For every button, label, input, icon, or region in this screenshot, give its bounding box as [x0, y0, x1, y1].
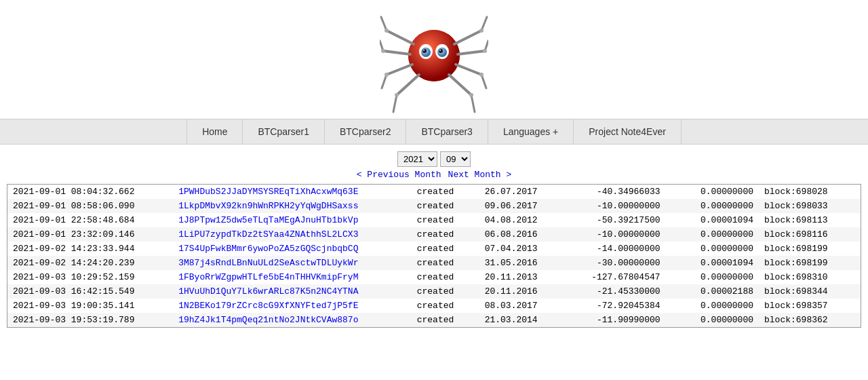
- col-amount: -21.45330000: [564, 284, 666, 299]
- nav-btcparser1[interactable]: BTCparser1: [243, 119, 324, 144]
- svg-point-31: [483, 49, 487, 53]
- col-address[interactable]: 1J8PTpw1Z5dw5eTLqTaMEgAJnuHTb1bkVp: [173, 213, 411, 227]
- col-block: block:698116: [759, 227, 861, 242]
- header: [0, 0, 868, 119]
- svg-line-14: [387, 64, 412, 75]
- col-block: block:698344: [759, 284, 861, 299]
- col-datetime: 2021-09-02 14:23:33.944: [7, 242, 173, 256]
- nav-btcparser2[interactable]: BTCparser2: [325, 119, 406, 144]
- col-created-date: 06.08.2016: [479, 227, 564, 242]
- col-created-date: 21.03.2014: [479, 313, 564, 327]
- table-row: 2021-09-03 19:00:35.1411N2BEKo179rZCrc8c…: [7, 299, 861, 313]
- col-fee: 0.00001094: [666, 213, 759, 227]
- svg-point-27: [381, 49, 385, 53]
- svg-line-24: [449, 75, 471, 95]
- month-select[interactable]: 09 01 02 03 04 05 06 07 08 10 11 12: [440, 151, 471, 167]
- nav-languages[interactable]: Languages +: [488, 119, 574, 144]
- col-datetime: 2021-09-03 10:29:52.159: [7, 270, 173, 284]
- spider-logo: [380, 7, 488, 115]
- col-datetime: 2021-09-03 16:42:15.549: [7, 284, 173, 299]
- col-amount: -11.90990000: [564, 313, 666, 327]
- svg-line-17: [393, 95, 397, 112]
- table-row: 2021-09-03 16:42:15.5491HVuUhD1QuY7Lk6wr…: [7, 284, 861, 299]
- svg-line-15: [382, 75, 387, 88]
- table-row: 2021-09-01 08:04:32.6621PWHDubS2JJaDYMSY…: [7, 185, 861, 199]
- date-controls: 2021 2020 2022 09 01 02 03 04 05 06 07 0…: [0, 145, 868, 184]
- data-table-container: 2021-09-01 08:04:32.6621PWHDubS2JJaDYMSY…: [7, 184, 861, 328]
- date-selects: 2021 2020 2022 09 01 02 03 04 05 06 07 0…: [397, 151, 471, 167]
- col-action: created: [412, 213, 479, 227]
- svg-point-29: [395, 93, 399, 97]
- col-created-date: 31.05.2016: [479, 256, 564, 270]
- col-created-date: 04.08.2012: [479, 213, 564, 227]
- col-address[interactable]: 17S4UpFwkBMmr6ywoPoZA5zGQScjnbqbCQ: [173, 242, 411, 256]
- col-address[interactable]: 1FByoRrWZgpwHTLfe5bE4nTHHVKmipFryM: [173, 270, 411, 284]
- col-address[interactable]: 1N2BEKo179rZCrc8cG9XfXNYFted7jP5fE: [173, 299, 411, 313]
- col-block: block:698362: [759, 313, 861, 327]
- svg-point-30: [479, 28, 484, 33]
- col-datetime: 2021-09-01 22:58:48.684: [7, 213, 173, 227]
- svg-point-28: [384, 73, 389, 77]
- col-amount: -30.00000000: [564, 256, 666, 270]
- svg-line-19: [481, 17, 487, 31]
- svg-point-1: [408, 30, 460, 81]
- svg-line-16: [397, 75, 419, 95]
- col-datetime: 2021-09-03 19:53:19.789: [7, 313, 173, 327]
- svg-point-9: [439, 50, 441, 51]
- col-amount: -72.92045384: [564, 299, 666, 313]
- col-block: block:698199: [759, 256, 861, 270]
- col-address[interactable]: 1HVuUhD1QuY7Lk6wrARLc87K5n2NC4YTNA: [173, 284, 411, 299]
- col-datetime: 2021-09-02 14:24:20.239: [7, 256, 173, 270]
- col-action: created: [412, 284, 479, 299]
- table-row: 2021-09-03 10:29:52.1591FByoRrWZgpwHTLfe…: [7, 270, 861, 284]
- col-block: block:698357: [759, 299, 861, 313]
- svg-line-25: [471, 95, 475, 112]
- prev-month-link[interactable]: < Previous Month: [357, 170, 441, 180]
- col-address[interactable]: 1PWHDubS2JJaDYMSYSREqTiXhAcxwMq63E: [173, 185, 411, 199]
- col-block: block:698113: [759, 213, 861, 227]
- nav-note4ever[interactable]: Project Note4Ever: [574, 119, 682, 144]
- col-action: created: [412, 242, 479, 256]
- col-amount: -10.00000000: [564, 199, 666, 213]
- col-created-date: 09.06.2017: [479, 199, 564, 213]
- col-created-date: 20.11.2016: [479, 284, 564, 299]
- col-action: created: [412, 185, 479, 199]
- table-row: 2021-09-01 08:58:06.0901LkpDMbvX92kn9hWn…: [7, 199, 861, 213]
- next-month-link[interactable]: Next Month >: [448, 170, 512, 180]
- month-nav: < Previous Month Next Month >: [357, 170, 511, 180]
- table-row: 2021-09-01 23:32:09.1461LiPU7zypdTkDz2tS…: [7, 227, 861, 242]
- col-block: block:698033: [759, 199, 861, 213]
- col-created-date: 20.11.2013: [479, 270, 564, 284]
- table-row: 2021-09-01 22:58:48.6841J8PTpw1Z5dw5eTLq…: [7, 213, 861, 227]
- col-amount: -40.34966033: [564, 185, 666, 199]
- col-created-date: 08.03.2017: [479, 299, 564, 313]
- nav-btcparser3[interactable]: BTCparser3: [406, 119, 488, 144]
- col-address[interactable]: 19hZ4Jk1T4pmQeq21ntNo2JNtkCVAw887o: [173, 313, 411, 327]
- col-address[interactable]: 1LkpDMbvX92kn9hWnRPKH2yYqWgDHSaxss: [173, 199, 411, 213]
- svg-line-23: [481, 75, 486, 88]
- table-row: 2021-09-02 14:23:33.94417S4UpFwkBMmr6ywo…: [7, 242, 861, 256]
- col-fee: 0.00001094: [666, 256, 759, 270]
- col-fee: 0.00000000: [666, 185, 759, 199]
- svg-line-12: [383, 51, 410, 54]
- col-action: created: [412, 313, 479, 327]
- year-select[interactable]: 2021 2020 2022: [397, 151, 437, 167]
- col-fee: 0.00000000: [666, 227, 759, 242]
- col-amount: -14.00000000: [564, 242, 666, 256]
- col-amount: -127.67804547: [564, 270, 666, 284]
- col-amount: -10.00000000: [564, 227, 666, 242]
- svg-line-10: [387, 31, 414, 44]
- col-fee: 0.00002188: [666, 284, 759, 299]
- svg-point-6: [422, 49, 427, 53]
- col-fee: 0.00000000: [666, 242, 759, 256]
- col-address[interactable]: 3M87j4sRndLBnNuULd2SeAsctwTDLUykWr: [173, 256, 411, 270]
- svg-point-7: [439, 49, 443, 53]
- col-address[interactable]: 1LiPU7zypdTkDz2tSYaa4ZNAthhSL2LCX3: [173, 227, 411, 242]
- col-block: block:698028: [759, 185, 861, 199]
- col-created-date: 07.04.2013: [479, 242, 564, 256]
- col-fee: 0.00000000: [666, 270, 759, 284]
- col-datetime: 2021-09-01 08:04:32.662: [7, 185, 173, 199]
- nav-home[interactable]: Home: [186, 119, 243, 144]
- table-row: 2021-09-02 14:24:20.2393M87j4sRndLBnNuUL…: [7, 256, 861, 270]
- col-fee: 0.00000000: [666, 199, 759, 213]
